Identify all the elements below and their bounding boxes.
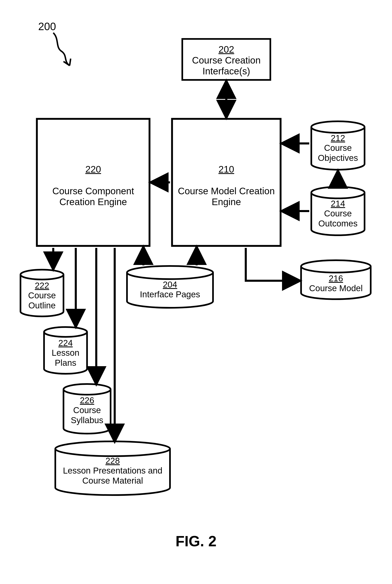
ref-220: 220 xyxy=(86,164,101,175)
ref-226: 226 xyxy=(80,395,94,405)
ref-216: 216 xyxy=(329,274,343,283)
label-224: 224 Lesson Plans xyxy=(44,338,87,368)
label-222: 222 Course Outline xyxy=(20,281,64,310)
label-214: 214 Course Outcomes xyxy=(311,199,364,229)
ref-210: 210 xyxy=(218,164,234,175)
ref-222: 222 xyxy=(35,281,49,290)
text-214: Course Outcomes xyxy=(318,209,358,228)
text-210: Course Model Creation Engine xyxy=(178,186,275,207)
ref-228: 228 xyxy=(106,456,120,465)
ref-224: 224 xyxy=(58,338,73,348)
edge-210-216 xyxy=(246,248,299,281)
text-216: Course Model xyxy=(309,283,362,293)
svg-point-2 xyxy=(301,260,371,273)
svg-point-1 xyxy=(311,187,364,198)
svg-point-0 xyxy=(311,121,364,133)
ref-214: 214 xyxy=(331,199,345,208)
label-204: 204 Interface Pages xyxy=(127,280,213,300)
svg-point-7 xyxy=(55,441,170,456)
label-220: 220 Course Component Creation Engine xyxy=(37,164,150,207)
svg-point-4 xyxy=(20,270,64,280)
label-202: 202 Course Creation Interface(s) xyxy=(182,44,270,77)
text-212: Course Objectives xyxy=(318,143,358,163)
ref-212: 212 xyxy=(331,133,345,143)
diagram-canvas: 200 202 Course Creation Interface(s) 210… xyxy=(0,0,392,584)
figure-label: FIG. 2 xyxy=(0,533,392,550)
label-210: 210 Course Model Creation Engine xyxy=(172,164,280,207)
ref-204: 204 xyxy=(163,280,177,289)
text-222: Course Outline xyxy=(28,291,56,310)
text-204: Interface Pages xyxy=(140,290,200,299)
label-212: 212 Course Objectives xyxy=(311,133,364,163)
label-226: 226 Course Syllabus xyxy=(64,395,110,425)
text-226: Course Syllabus xyxy=(71,405,104,425)
text-202: Course Creation Interface(s) xyxy=(192,55,261,77)
text-220: Course Component Creation Engine xyxy=(52,186,134,207)
label-228: 228 Lesson Presentations and Course Mate… xyxy=(55,456,170,486)
ref-200-pointer xyxy=(53,33,71,66)
label-216: 216 Course Model xyxy=(301,274,371,293)
svg-point-3 xyxy=(127,266,213,279)
svg-point-6 xyxy=(64,384,110,395)
ref-202: 202 xyxy=(218,44,234,55)
svg-point-5 xyxy=(44,327,87,337)
text-228: Lesson Presentations and Course Material xyxy=(63,466,162,485)
text-224: Lesson Plans xyxy=(52,348,79,367)
figure-ref-200: 200 xyxy=(35,21,60,33)
